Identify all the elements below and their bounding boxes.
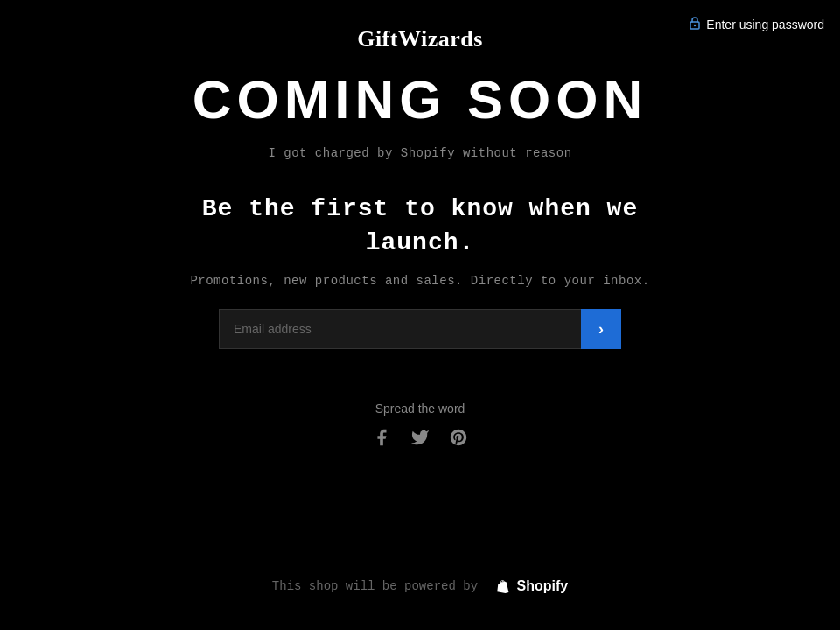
lock-icon — [689, 16, 701, 32]
headline: Be the first to know when we launch. — [202, 192, 638, 260]
shopify-label: Shopify — [516, 578, 568, 594]
email-form: › — [219, 309, 621, 349]
email-input[interactable] — [219, 309, 581, 349]
main-content: GiftWizards COMING SOON I got charged by… — [0, 26, 840, 522]
twitter-link[interactable] — [410, 428, 430, 452]
spread-label: Spread the word — [375, 402, 466, 416]
spread-section: Spread the word — [372, 402, 468, 452]
brand-name: GiftWizards — [357, 26, 483, 52]
pinterest-link[interactable] — [449, 428, 468, 452]
social-icons — [372, 428, 468, 452]
shopify-icon — [495, 578, 513, 595]
headline-line1: Be the first to know when we — [202, 195, 638, 222]
submit-arrow: › — [598, 320, 604, 339]
svg-point-1 — [694, 24, 696, 26]
submit-button[interactable]: › — [581, 309, 621, 349]
headline-line2: launch. — [366, 229, 475, 256]
shopify-logo: Shopify — [495, 578, 568, 595]
coming-soon-heading: COMING SOON — [192, 68, 648, 130]
page-wrapper: Enter using password GiftWizards COMING … — [0, 0, 840, 630]
tagline: I got charged by Shopify without reason — [268, 146, 571, 160]
promo-text: Promotions, new products and sales. Dire… — [190, 274, 649, 288]
powered-text: This shop will be powered by — [272, 579, 478, 593]
footer: This shop will be powered by Shopify — [272, 578, 568, 595]
facebook-link[interactable] — [372, 428, 391, 452]
password-link[interactable]: Enter using password — [689, 16, 824, 32]
password-link-label: Enter using password — [706, 18, 824, 32]
